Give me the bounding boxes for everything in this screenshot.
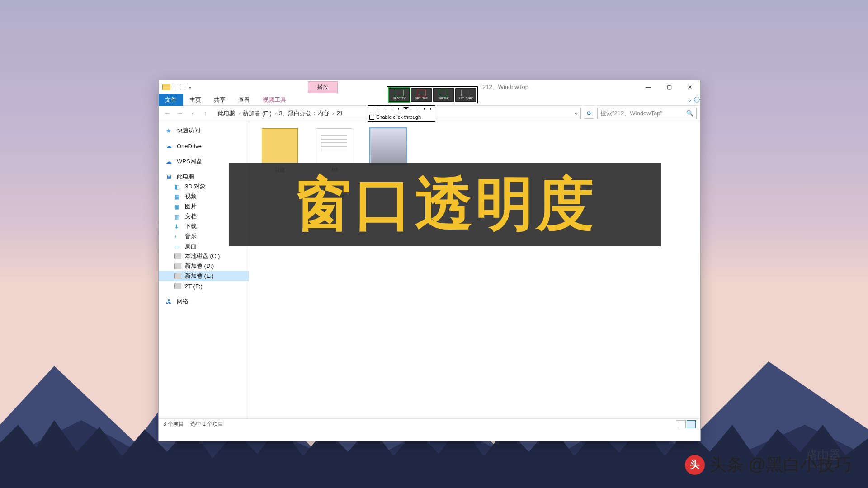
channel-prefix: 头条 [709, 455, 744, 474]
crumb-drive[interactable]: 新加卷 (E:) [241, 109, 274, 117]
disk-icon [174, 253, 181, 259]
wintop-settop-button[interactable]: SET TOP [411, 88, 432, 102]
ribbon-help-icon[interactable]: ⌄ ⓘ [687, 96, 700, 104]
txt-thumbnail [316, 128, 352, 164]
folder-thumbnail [262, 128, 298, 164]
network-icon: 🖧 [166, 298, 173, 305]
disk-icon [174, 263, 181, 269]
qat-dropdown-icon[interactable]: ▾ [189, 85, 191, 90]
search-placeholder: 搜索"212、WindowTop" [600, 109, 662, 117]
setdark-icon [461, 90, 470, 96]
qat-button[interactable] [180, 84, 186, 90]
pc-icon: 🖥 [166, 174, 173, 180]
star-icon: ★ [166, 127, 173, 134]
maximize-button[interactable]: ▢ [659, 80, 679, 94]
qat-divider [175, 84, 175, 91]
sidebar-item-network[interactable]: 🖧网络 [159, 296, 249, 306]
context-tab-play[interactable]: 播放 [308, 81, 338, 93]
tab-share[interactable]: 共享 [208, 94, 232, 106]
cube-icon: ◧ [174, 183, 181, 190]
picture-icon: ▦ [174, 203, 181, 210]
search-box[interactable]: 搜索"212、WindowTop" 🔍 [597, 108, 697, 119]
crumb-this-pc[interactable]: 此电脑 [216, 109, 237, 117]
cloud-icon: ☁ [166, 143, 173, 149]
quick-access-toolbar: ▾ 播放 [159, 81, 338, 93]
sidebar-item-disk-d[interactable]: 新加卷 (D:) [159, 261, 249, 271]
click-through-label: Enable click through [376, 114, 421, 120]
crumb-folder1[interactable]: 3、黑白办公：内容 [277, 109, 331, 117]
video-thumbnail [370, 128, 406, 164]
channel-watermark: 头 头条 @黑白小技巧 [685, 453, 852, 476]
close-button[interactable]: ✕ [679, 80, 700, 94]
status-item-count: 3 个项目 [163, 420, 184, 428]
window-title: 212、WindowTop [482, 83, 528, 91]
minimize-button[interactable]: — [638, 80, 659, 94]
disk-icon [174, 283, 181, 289]
file-item-video[interactable] [367, 128, 410, 166]
music-icon: ♪ [174, 233, 181, 239]
view-icons-button[interactable] [687, 420, 696, 428]
folder-icon [162, 84, 170, 90]
download-icon: ⬇ [174, 223, 181, 230]
channel-name: @黑白小技巧 [748, 455, 852, 474]
address-dropdown-icon[interactable]: ⌄ [574, 109, 579, 116]
nav-up-button[interactable]: ↑ [200, 108, 210, 118]
tab-video-tools[interactable]: 视频工具 [256, 94, 292, 106]
status-selection: 选中 1 个项目 [190, 420, 223, 428]
settop-icon [417, 90, 426, 96]
click-through-row[interactable]: Enable click through [369, 114, 434, 120]
desktop-icon: ▭ [174, 243, 181, 249]
channel-logo-icon: 头 [685, 455, 705, 475]
explorer-window: ▾ 播放 212、WindowTop — ▢ ✕ 文件 主页 共享 查看 视频工… [158, 80, 701, 441]
video-icon: ▦ [174, 193, 181, 200]
document-icon: ▥ [174, 213, 181, 220]
sidebar-item-onedrive[interactable]: ☁OneDrive [159, 141, 249, 151]
tab-file[interactable]: 文件 [159, 94, 183, 106]
wintop-opacity-button[interactable]: OPACITY [389, 88, 410, 102]
sidebar-item-disk-c[interactable]: 本地磁盘 (C:) [159, 251, 249, 261]
shrink-icon [439, 90, 448, 96]
windowtop-toolbar[interactable]: OPACITY SET TOP SHRINK SET DARK [387, 86, 478, 103]
click-through-checkbox[interactable] [369, 115, 374, 120]
opacity-slider[interactable] [369, 107, 434, 113]
crumb-folder2[interactable]: 21 [335, 110, 345, 117]
tab-home[interactable]: 主页 [183, 94, 208, 106]
nav-forward-button[interactable]: → [175, 108, 185, 118]
sidebar-item-disk-e[interactable]: 新加卷 (E:) [159, 271, 249, 281]
opacity-icon [395, 90, 404, 96]
search-icon[interactable]: 🔍 [686, 110, 693, 117]
nav-back-button[interactable]: ← [162, 108, 172, 118]
slider-thumb[interactable] [403, 107, 409, 113]
windowtop-opacity-popup[interactable]: Enable click through [368, 105, 435, 122]
nav-history-dropdown[interactable]: ▾ [188, 108, 198, 118]
sidebar-item-disk-f[interactable]: 2T (F:) [159, 281, 249, 291]
sidebar-item-quick-access[interactable]: ★快速访问 [159, 126, 249, 136]
cloud-icon: ☁ [166, 158, 173, 164]
view-details-button[interactable] [677, 420, 686, 428]
disk-icon [174, 273, 181, 279]
refresh-button[interactable]: ⟳ [584, 108, 594, 119]
tab-view[interactable]: 查看 [232, 94, 256, 106]
overlay-text: 窗口透明度 [294, 165, 597, 244]
wintop-setdark-button[interactable]: SET DARK [455, 88, 476, 102]
status-bar: 3 个项目 选中 1 个项目 [159, 418, 700, 429]
wintop-shrink-button[interactable]: SHRINK [433, 88, 454, 102]
overlay-banner: 窗口透明度 [229, 163, 661, 246]
